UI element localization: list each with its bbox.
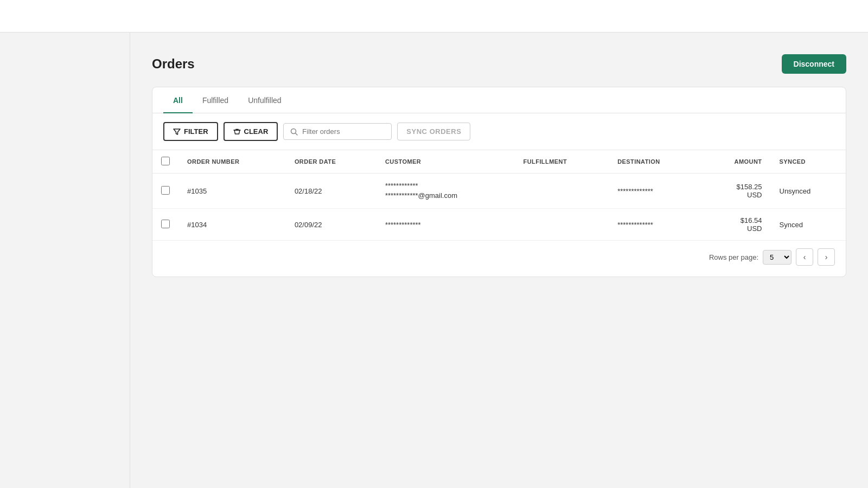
orders-table: ORDER NUMBER ORDER DATE CUSTOMER FULFILL… [152, 150, 846, 241]
col-order-number: ORDER NUMBER [178, 150, 286, 174]
prev-page-button[interactable]: ‹ [796, 248, 813, 266]
filter-label: FILTER [184, 127, 208, 136]
sync-orders-button[interactable]: SYNC ORDERS [397, 123, 470, 140]
row-checkbox[interactable] [161, 186, 170, 195]
select-all-checkbox[interactable] [161, 157, 170, 165]
filter-icon [173, 128, 181, 136]
select-all-header [152, 150, 178, 174]
col-order-date: ORDER DATE [286, 150, 376, 174]
clear-label: CLEAR [244, 127, 269, 136]
filter-button[interactable]: FILTER [163, 122, 218, 141]
fulfillment-cell [515, 174, 609, 209]
table-row: #103502/18/22************************@gm… [152, 174, 846, 209]
disconnect-button[interactable]: Disconnect [782, 54, 846, 74]
customer-cell: ************************@gmail.com [376, 174, 515, 209]
sidebar [0, 33, 130, 488]
row-checkbox[interactable] [161, 220, 170, 228]
order-number-cell: #1035 [178, 174, 286, 209]
orders-card: All Fulfilled Unfulfilled FILTER [152, 87, 846, 277]
destination-cell: ************* [609, 174, 701, 209]
table-row: #103402/09/22**************************$… [152, 209, 846, 241]
col-synced: SYNCED [771, 150, 846, 174]
main-content: Orders Disconnect All Fulfilled Unfulfil… [130, 33, 868, 488]
clear-button[interactable]: CLEAR [224, 122, 278, 141]
page-title: Orders [152, 56, 195, 72]
tab-unfulfilled[interactable]: Unfulfilled [238, 87, 291, 113]
col-fulfillment: FULFILLMENT [515, 150, 609, 174]
search-input[interactable] [302, 127, 385, 136]
rows-per-page-select[interactable]: 5102550 [763, 250, 792, 265]
tab-all[interactable]: All [163, 87, 193, 113]
pagination: Rows per page: 5102550 ‹ › [152, 241, 846, 266]
toolbar: FILTER CLEAR SYNC ORDERS [152, 113, 846, 150]
tabs-bar: All Fulfilled Unfulfilled [152, 87, 846, 113]
customer-cell: ************* [376, 209, 515, 241]
fulfillment-cell [515, 209, 609, 241]
amount-cell: $16.54USD [701, 209, 771, 241]
search-box [283, 123, 392, 140]
col-customer: CUSTOMER [376, 150, 515, 174]
amount-cell: $158.25USD [701, 174, 771, 209]
order-date-cell: 02/18/22 [286, 174, 376, 209]
clear-icon [233, 128, 241, 136]
search-icon [290, 128, 298, 136]
destination-cell: ************* [609, 209, 701, 241]
rows-per-page-label: Rows per page: [709, 253, 758, 261]
col-destination: DESTINATION [609, 150, 701, 174]
order-date-cell: 02/09/22 [286, 209, 376, 241]
synced-cell: Unsynced [771, 174, 846, 209]
page-header: Orders Disconnect [152, 54, 846, 74]
tab-fulfilled[interactable]: Fulfilled [193, 87, 238, 113]
next-page-button[interactable]: › [818, 248, 835, 266]
col-amount: AMOUNT [701, 150, 771, 174]
top-bar [0, 0, 868, 33]
synced-cell: Synced [771, 209, 846, 241]
order-number-cell: #1034 [178, 209, 286, 241]
